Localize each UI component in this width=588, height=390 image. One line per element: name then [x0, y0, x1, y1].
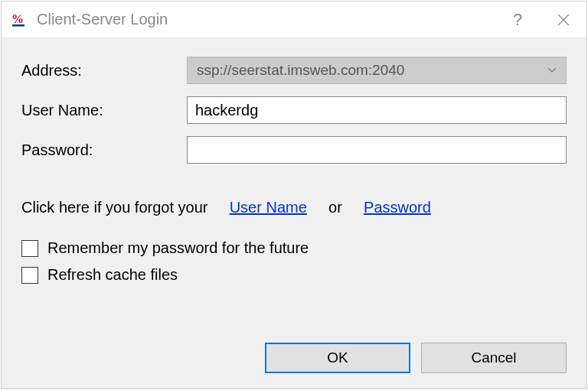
- password-row: Password:: [21, 136, 567, 164]
- help-button[interactable]: ?: [495, 2, 541, 37]
- address-dropdown[interactable]: ssp://seerstat.imsweb.com:2040: [187, 57, 567, 84]
- address-row: Address: ssp://seerstat.imsweb.com:2040: [21, 57, 567, 84]
- username-input[interactable]: [187, 96, 567, 124]
- dialog-content: Address: ssp://seerstat.imsweb.com:2040 …: [2, 38, 586, 388]
- cancel-button[interactable]: Cancel: [421, 343, 567, 373]
- svg-rect-1: [12, 24, 24, 27]
- address-label: Address:: [21, 62, 187, 80]
- password-label: Password:: [21, 141, 187, 159]
- chevron-down-icon: [547, 65, 557, 76]
- ok-button[interactable]: OK: [265, 343, 410, 373]
- titlebar: % Client-Server Login ?: [2, 2, 586, 38]
- app-icon: %: [11, 11, 29, 29]
- remember-checkbox-row: Remember my password for the future: [21, 239, 567, 257]
- forgot-row: Click here if you forgot your User Name …: [21, 199, 567, 216]
- address-value: ssp://seerstat.imsweb.com:2040: [197, 62, 404, 79]
- refresh-label: Refresh cache files: [47, 266, 178, 284]
- remember-label: Remember my password for the future: [47, 239, 309, 257]
- username-row: User Name:: [21, 96, 567, 124]
- forgot-username-link[interactable]: User Name: [230, 199, 307, 216]
- titlebar-controls: ?: [495, 2, 586, 37]
- forgot-password-link[interactable]: Password: [364, 199, 431, 216]
- refresh-checkbox-row: Refresh cache files: [21, 266, 567, 284]
- refresh-checkbox[interactable]: [21, 267, 38, 284]
- username-label: User Name:: [21, 102, 187, 119]
- button-row: OK Cancel: [21, 327, 567, 373]
- forgot-prefix: Click here if you forgot your: [21, 199, 207, 216]
- password-input[interactable]: [187, 136, 567, 164]
- svg-text:%: %: [11, 12, 24, 25]
- remember-checkbox[interactable]: [21, 240, 38, 257]
- login-dialog: % Client-Server Login ? Address: ssp://s…: [1, 1, 587, 389]
- window-title: Client-Server Login: [37, 11, 495, 28]
- forgot-separator: or: [328, 199, 342, 216]
- close-button[interactable]: [541, 2, 586, 37]
